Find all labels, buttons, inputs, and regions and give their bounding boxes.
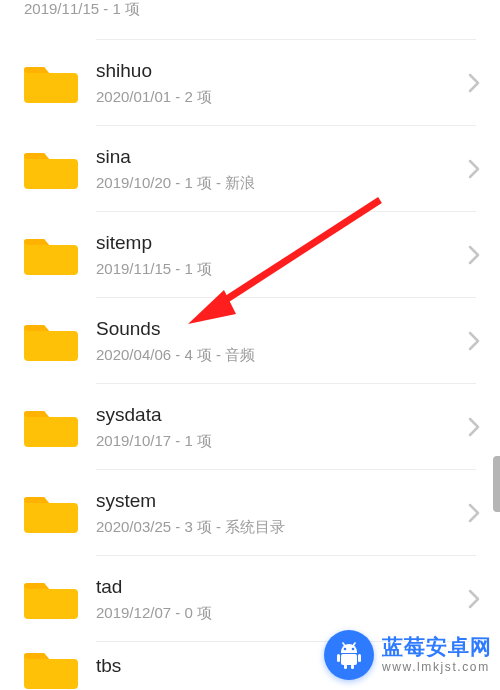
folder-text: tad 2019/12/07 - 0 项: [96, 576, 460, 623]
folder-meta: 2019/10/17 - 1 项: [96, 432, 460, 450]
folder-icon: [24, 647, 78, 690]
svg-line-5: [353, 643, 355, 646]
svg-rect-9: [344, 664, 347, 669]
folder-meta: 2019/12/07 - 0 项: [96, 604, 460, 622]
chevron-right-icon: [460, 69, 488, 97]
folder-text: sysdata 2019/10/17 - 1 项: [96, 404, 460, 451]
svg-line-4: [343, 643, 345, 646]
folder-row[interactable]: sitemp 2019/11/15 - 1 项: [0, 212, 500, 298]
folder-name: system: [96, 490, 460, 513]
watermark: 蓝莓安卓网 www.lmkjst.com: [324, 630, 492, 680]
folder-meta: 2019/10/20 - 1 项 - 新浪: [96, 174, 460, 192]
folder-icon: [24, 491, 78, 535]
watermark-text: 蓝莓安卓网 www.lmkjst.com: [382, 636, 492, 674]
chevron-right-icon: [460, 585, 488, 613]
scroll-indicator[interactable]: [493, 456, 500, 512]
folder-name: Sounds: [96, 318, 460, 341]
folder-meta: 2020/04/06 - 4 项 - 音频: [96, 346, 460, 364]
folder-meta: 2020/01/01 - 2 项: [96, 88, 460, 106]
folder-text: sina 2019/10/20 - 1 项 - 新浪: [96, 146, 460, 193]
chevron-right-icon: [460, 413, 488, 441]
android-icon: [324, 630, 374, 680]
chevron-right-icon: [460, 155, 488, 183]
folder-name: sitemp: [96, 232, 460, 255]
watermark-url: www.lmkjst.com: [382, 660, 492, 674]
svg-rect-6: [341, 654, 357, 665]
folder-text: Sounds 2020/04/06 - 4 项 - 音频: [96, 318, 460, 365]
chevron-right-icon: [460, 327, 488, 355]
folder-icon: [24, 61, 78, 105]
watermark-title: 蓝莓安卓网: [382, 636, 492, 657]
svg-rect-8: [358, 654, 361, 662]
folder-name: sysdata: [96, 404, 460, 427]
folder-icon: [24, 233, 78, 277]
svg-point-2: [344, 648, 347, 651]
folder-list: 2019/11/15 - 1 项 shihuo 2020/01/01 - 2 项…: [0, 0, 500, 690]
folder-row[interactable]: 2019/11/15 - 1 项: [0, 0, 500, 40]
svg-rect-10: [351, 664, 354, 669]
folder-icon: [24, 405, 78, 449]
folder-text: system 2020/03/25 - 3 项 - 系统目录: [96, 490, 460, 537]
folder-meta: 2019/11/15 - 1 项: [24, 0, 460, 18]
folder-text: sitemp 2019/11/15 - 1 项: [96, 232, 460, 279]
folder-name: sina: [96, 146, 460, 169]
folder-name: tad: [96, 576, 460, 599]
chevron-right-icon: [460, 499, 488, 527]
chevron-right-icon: [460, 241, 488, 269]
folder-icon: [24, 147, 78, 191]
chevron-right-icon: [460, 0, 488, 28]
folder-row[interactable]: sysdata 2019/10/17 - 1 项: [0, 384, 500, 470]
folder-meta: 2019/11/15 - 1 项: [96, 260, 460, 278]
folder-text: 2019/11/15 - 1 项: [24, 0, 460, 18]
folder-row-sounds[interactable]: Sounds 2020/04/06 - 4 项 - 音频: [0, 298, 500, 384]
folder-icon: [24, 319, 78, 363]
folder-meta: 2020/03/25 - 3 项 - 系统目录: [96, 518, 460, 536]
folder-icon: [24, 577, 78, 621]
svg-rect-7: [337, 654, 340, 662]
folder-row[interactable]: system 2020/03/25 - 3 项 - 系统目录: [0, 470, 500, 556]
folder-text: shihuo 2020/01/01 - 2 项: [96, 60, 460, 107]
folder-row[interactable]: shihuo 2020/01/01 - 2 项: [0, 40, 500, 126]
folder-row[interactable]: sina 2019/10/20 - 1 项 - 新浪: [0, 126, 500, 212]
svg-point-3: [352, 648, 355, 651]
folder-name: shihuo: [96, 60, 460, 83]
